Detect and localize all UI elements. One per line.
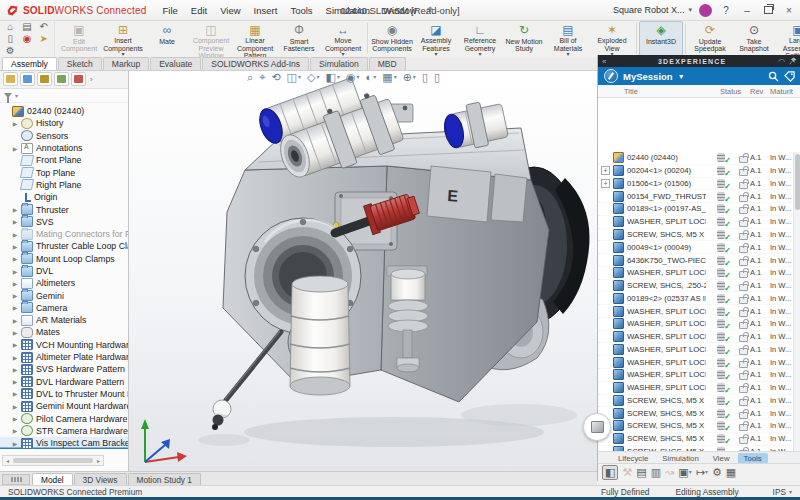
expand-plus-icon[interactable]: + [601, 166, 610, 175]
expand-arrow-icon[interactable]: ▶ [12, 329, 18, 336]
part-row-00189-2-02537-as-installed[interactable]: 00189<2> (02537 AS INSTALLED)✓A.1In W... [598, 292, 794, 305]
menu-view[interactable]: View [220, 5, 240, 16]
tree-item-mount-loop-clamps[interactable]: ▶Mount Loop Clamps [0, 253, 128, 265]
tree-item-ar-materials[interactable]: ▶AR Materials [0, 314, 128, 326]
ribbon-assembly-features[interactable]: ◪Assembly Features▾ [414, 21, 458, 56]
tab-scroll-control[interactable] [2, 474, 30, 485]
column-status[interactable]: Status [720, 87, 750, 96]
apply-scene-icon[interactable]: ▦▾ [382, 71, 396, 83]
model-canvas[interactable]: E [129, 70, 597, 472]
part-row-00204-1-00204[interactable]: +00204<1> (00204)✓A.1In W... [598, 165, 794, 178]
restore-button[interactable] [761, 4, 775, 16]
ribbon-smart-fasteners[interactable]: ΦSmart Fasteners [277, 21, 321, 56]
undo-icon[interactable]: ↶ [39, 21, 47, 32]
column-maturity[interactable]: Maturit [770, 87, 794, 96]
part-row-washer-split-lock-m5-scr[interactable]: WASHER, SPLIT LOCK, M5 SCR...✓A.1In W... [598, 305, 794, 318]
part-row-00049-1-00049[interactable]: 00049<1> (00049)✓A.1In W... [598, 241, 794, 254]
part-row-washer-split-lock-m5-scr[interactable]: WASHER, SPLIT LOCK, M5 SCR...✓A.1In W... [598, 216, 794, 229]
view-orientation-icon[interactable]: ⊕▾ [403, 71, 416, 83]
menu-edit[interactable]: Edit [191, 5, 207, 16]
tree-item-history[interactable]: ▶History [0, 117, 128, 129]
part-row-washer-split-lock-250-no[interactable]: WASHER, SPLIT LOCK, .250 NO...✓A.1In W..… [598, 267, 794, 280]
more-tabs-icon[interactable]: › [90, 75, 93, 84]
3dcompass-icon[interactable] [604, 69, 618, 83]
avatar[interactable] [699, 4, 712, 17]
panel-left-icon[interactable]: ▯ [422, 71, 428, 83]
part-row-washer-split-lock-m5-scr[interactable]: WASHER, SPLIT LOCK, M5 SCR...✓A.1In W... [598, 318, 794, 331]
route-icon[interactable]: ↝ [665, 466, 674, 479]
print-icon[interactable]: ▣▾ [678, 466, 691, 479]
tree-item-mates[interactable]: ▶Mates [0, 326, 128, 338]
expand-arrow-icon[interactable]: ▶ [12, 440, 18, 447]
tree-item-sensors[interactable]: Sensors [0, 130, 128, 142]
new-document-icon[interactable]: ▯ [8, 33, 14, 44]
part-row-washer-split-lock-m5-scr[interactable]: WASHER, SPLIT LOCK, M5 SCR...✓A.1In W... [598, 331, 794, 344]
tree-item-gemini-mount-hardware-pattern[interactable]: ▶Gemini Mount Hardware Pattern [0, 400, 128, 412]
expand-arrow-icon[interactable]: ▶ [12, 243, 18, 250]
export-icon[interactable]: ↦▾ [696, 466, 708, 479]
home-icon[interactable]: ⌂ [7, 21, 13, 32]
part-row-00154-fwd-thruster-1-00[interactable]: 00154_FWD_THRUSTER<1> (00...✓A.1In W... [598, 190, 794, 203]
tree-filter[interactable]: ▾ [0, 89, 128, 103]
expand-arrow-icon[interactable]: ▶ [12, 280, 18, 287]
expand-arrow-icon[interactable]: ▶ [12, 292, 18, 299]
expand-arrow-icon[interactable]: ▶ [12, 218, 18, 225]
expand-panel-icon[interactable]: ◠ [778, 57, 785, 66]
menu-insert[interactable]: Insert [254, 5, 278, 16]
zoom-area-icon[interactable]: ⌖ [259, 71, 265, 83]
expand-arrow-icon[interactable]: ▶ [12, 403, 18, 410]
tree-item-right-plane[interactable]: Right Plane [0, 179, 128, 191]
settings-icon[interactable]: ⚙ [712, 466, 722, 479]
expand-arrow-icon[interactable]: ▶ [12, 317, 18, 324]
expand-arrow-icon[interactable]: ▶ [12, 341, 18, 348]
pin-panel-icon[interactable] [789, 57, 797, 65]
expand-arrow-icon[interactable]: ▶ [12, 145, 18, 152]
expand-arrow-icon[interactable]: ▶ [12, 268, 18, 275]
tree-item-mating-connectors-for-fitcheck[interactable]: ▶Mating Connectors for Fitcheck [0, 228, 128, 240]
displaymanager-tab-icon[interactable] [71, 72, 86, 86]
expand-arrow-icon[interactable]: ▶ [12, 415, 18, 422]
expand-arrow-icon[interactable]: ▶ [12, 378, 18, 385]
document-icon[interactable]: ▤ [636, 466, 646, 479]
configurationmanager-tab-icon[interactable] [37, 72, 52, 86]
tab-assembly[interactable]: Assembly [2, 57, 57, 70]
hide-show-items-icon[interactable]: ◉▾ [346, 71, 360, 83]
tab-simulation[interactable]: Simulation [310, 57, 368, 70]
list-vertical-scrollbar[interactable] [793, 152, 800, 452]
open-document-icon[interactable]: ▤ [22, 21, 31, 32]
panel-tab-simulation[interactable]: Simulation [656, 453, 704, 464]
propertymanager-tab-icon[interactable] [20, 72, 35, 86]
tab-mbd[interactable]: MBD [369, 57, 406, 70]
tree-item-altimeter-plate-hardware-pattern[interactable]: ▶Altimeter Plate Hardware Pattern [0, 351, 128, 363]
edit-appearance-icon[interactable]: ◐▾ [366, 71, 377, 83]
units-selector[interactable]: IPS▾ [773, 487, 792, 497]
ribbon-new-motion-study[interactable]: ↻New Motion Study [502, 21, 546, 56]
scrollbar-thumb[interactable] [13, 458, 93, 463]
tree-item-str-camera-hardware-pattern-1[interactable]: ▶STR Camera Hardware Pattern 1 [0, 425, 128, 437]
scrollbar-thumb[interactable] [795, 154, 800, 210]
tree-item-altimeters[interactable]: ▶Altimeters [0, 277, 128, 289]
3dplay-floating-button[interactable] [583, 413, 611, 441]
ribbon-bill-of-materials[interactable]: ▤Bill of Materials▾ [546, 21, 590, 56]
tree-item-vis-inspect-cam-bracket-hardware[interactable]: ▶Vis Inspect Cam Bracket Hardware [0, 437, 128, 449]
expand-arrow-icon[interactable]: ▶ [12, 304, 18, 311]
tree-item-thruster[interactable]: ▶Thruster [0, 203, 128, 215]
scroll-right-icon[interactable]: ▸ [94, 457, 103, 464]
tree-item-thruster-cable-loop-clamp[interactable]: ▶Thruster Cable Loop Clamp [0, 240, 128, 252]
exchange-icon[interactable]: ⚒ [622, 466, 632, 479]
expand-arrow-icon[interactable]: ▶ [12, 354, 18, 361]
ribbon-show-hidden-components[interactable]: ◉Show Hidden Components [370, 21, 414, 56]
tab-evaluate[interactable]: Evaluate [150, 57, 201, 70]
3dplay-icon[interactable]: ◧ [602, 465, 618, 480]
ribbon-reference-geometry[interactable]: ∟Reference Geometry▾ [458, 21, 502, 56]
tree-item-camera[interactable]: ▶Camera [0, 302, 128, 314]
menu-file[interactable]: File [163, 5, 178, 16]
expand-arrow-icon[interactable]: ▶ [12, 366, 18, 373]
part-row-screw-shcs-m5-x-0-8-mm-th[interactable]: SCREW, SHCS, M5 X 0.8 MM TH...✓A.1In W..… [598, 407, 794, 420]
table-icon[interactable]: ▦ [726, 466, 736, 479]
previous-view-icon[interactable]: ⟲ [271, 71, 280, 83]
session-name[interactable]: MySession [623, 71, 673, 82]
dimxpertmanager-tab-icon[interactable] [54, 72, 69, 86]
tree-item-vch-mounting-hardware[interactable]: ▶VCH Mounting Hardware [0, 339, 128, 351]
part-row-screw-shcs-m5-x-0-8-mm-th[interactable]: SCREW, SHCS, M5 X 0.8 MM TH...✓A.1In W..… [598, 433, 794, 446]
